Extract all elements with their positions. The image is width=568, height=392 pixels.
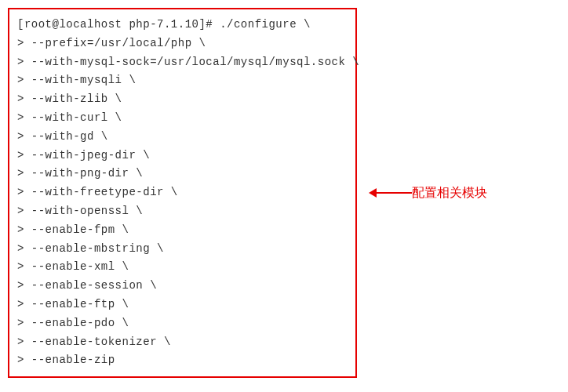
- terminal-line: > --with-freetype-dir \: [17, 183, 348, 202]
- terminal-line: > --enable-session \: [17, 277, 348, 296]
- terminal-line: > --with-openssl \: [17, 202, 348, 221]
- content-container: [root@localhost php-7.1.10]# ./configure…: [8, 8, 560, 378]
- terminal-line: > --enable-mbstring \: [17, 240, 348, 259]
- terminal-output: [root@localhost php-7.1.10]# ./configure…: [8, 8, 357, 378]
- terminal-line: > --enable-fpm \: [17, 221, 348, 240]
- terminal-line: > --prefix=/usr/local/php \: [17, 34, 348, 53]
- annotation: 配置相关模块: [369, 185, 487, 201]
- terminal-line: > --with-gd \: [17, 128, 348, 147]
- terminal-line: > --with-mysqli \: [17, 71, 348, 90]
- terminal-line: > --enable-pdo \: [17, 314, 348, 333]
- terminal-line: > --with-curl \: [17, 109, 348, 128]
- terminal-line: [root@localhost php-7.1.10]# ./configure…: [17, 16, 348, 34]
- terminal-line: > --enable-xml \: [17, 258, 348, 277]
- terminal-line: > --with-zlib \: [17, 90, 348, 109]
- terminal-line: > --enable-ftp \: [17, 296, 348, 314]
- terminal-line: > --with-mysql-sock=/usr/local/mysql/mys…: [17, 53, 348, 72]
- annotation-label: 配置相关模块: [412, 185, 487, 201]
- terminal-line: > --enable-zip: [17, 351, 348, 370]
- terminal-line: > --with-png-dir \: [17, 165, 348, 183]
- arrow-icon: [369, 187, 412, 199]
- terminal-line: > --with-jpeg-dir \: [17, 147, 348, 165]
- terminal-line: > --enable-tokenizer \: [17, 333, 348, 352]
